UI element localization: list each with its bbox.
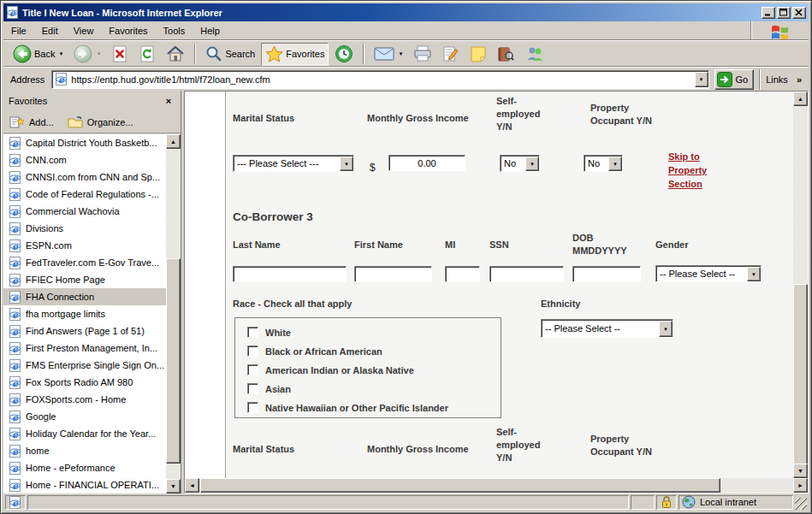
favorite-item-selected[interactable]: FHA Connection	[3, 288, 166, 305]
favorite-item[interactable]: FFIEC Home Page	[3, 271, 166, 288]
favorite-item[interactable]: Find Answers (Page 1 of 51)	[3, 322, 166, 340]
ssn-input[interactable]	[489, 266, 564, 282]
scrollbar-thumb[interactable]	[200, 478, 720, 493]
scroll-down-icon[interactable]: ▼	[166, 479, 181, 493]
stop-button[interactable]	[107, 43, 133, 66]
menu-file[interactable]: File	[3, 23, 34, 38]
ie-page-icon	[9, 479, 21, 492]
favorite-item[interactable]: Commercial Wachovia	[3, 203, 166, 220]
address-input[interactable]: https://entp.hud.gov/title1/html/f72loan…	[51, 70, 708, 89]
chevron-down-icon[interactable]: ▼	[747, 267, 761, 281]
ethnicity-value: -- Please Select --	[542, 323, 659, 334]
skip-to-property-link[interactable]: Skip to Property Section	[668, 150, 707, 191]
favorite-item[interactable]: First Preston Management, In...	[3, 340, 166, 357]
content-horizontal-scrollbar[interactable]: ◄ ►	[185, 478, 808, 493]
messenger-button[interactable]	[520, 43, 549, 66]
gender-select[interactable]: -- Please Select -- ▼	[655, 265, 762, 282]
go-button[interactable]: Go	[714, 69, 755, 90]
scrollbar-thumb[interactable]	[793, 284, 808, 472]
property-occupant-select[interactable]: No ▼	[584, 155, 623, 172]
last-name-input[interactable]	[233, 266, 347, 282]
scroll-left-icon[interactable]: ◄	[185, 478, 199, 493]
forward-button[interactable]: ▼	[69, 43, 105, 66]
favorite-item[interactable]: Home - ePeformance	[3, 459, 166, 476]
scroll-up-icon[interactable]: ▲	[793, 92, 808, 106]
scroll-right-icon[interactable]: ►	[793, 478, 808, 493]
mail-button[interactable]: ▼	[370, 43, 407, 66]
favorite-item[interactable]: CNNSI.com from CNN and Sp...	[3, 168, 166, 186]
back-dropdown-icon[interactable]: ▼	[58, 51, 63, 56]
organize-favorites-button[interactable]: Organize...	[68, 115, 133, 129]
self-employed-select[interactable]: No ▼	[500, 155, 540, 172]
mi-input[interactable]	[445, 266, 480, 282]
checkbox-white[interactable]	[247, 327, 258, 338]
favorite-item[interactable]: Holiday Calendar for the Year...	[3, 425, 166, 442]
menu-view[interactable]: View	[66, 23, 102, 38]
maximize-button[interactable]	[777, 7, 791, 19]
back-button[interactable]: Back ▼	[9, 43, 68, 66]
address-dropdown-button[interactable]: ▼	[695, 72, 708, 87]
favorites-button[interactable]: Favorites	[261, 43, 329, 66]
links-button[interactable]: Links »	[766, 74, 805, 85]
favorite-item[interactable]: fha mortgage limits	[3, 305, 166, 322]
favorite-item[interactable]: Google	[3, 408, 166, 425]
checkbox-native-hawaiian-or-other-pacific-islander[interactable]	[247, 402, 258, 413]
close-button[interactable]	[792, 7, 806, 19]
discuss-note-button[interactable]	[465, 43, 491, 66]
chevron-down-icon[interactable]: ▼	[608, 157, 622, 171]
favorite-item[interactable]: home	[3, 442, 166, 459]
ie-page-icon	[9, 445, 21, 458]
refresh-button[interactable]	[134, 43, 160, 66]
history-button[interactable]	[330, 43, 358, 66]
forward-dropdown-icon[interactable]: ▼	[96, 51, 101, 56]
favorite-item[interactable]: Capital District Youth Basketb...	[3, 134, 166, 151]
scrollbar-thumb[interactable]	[166, 258, 181, 464]
dob-input[interactable]	[572, 266, 641, 282]
content-vertical-scrollbar[interactable]: ▲ ▼	[793, 92, 808, 478]
home-button[interactable]	[162, 43, 189, 66]
checkbox-asian[interactable]	[247, 383, 258, 394]
monthly-gross-income-input[interactable]: 0.00	[388, 155, 465, 171]
first-name-input[interactable]	[354, 266, 432, 282]
search-button[interactable]: Search	[201, 43, 259, 66]
chevron-down-icon[interactable]: ▼	[525, 157, 539, 171]
menu-help[interactable]: Help	[193, 23, 228, 38]
favorite-item[interactable]: ESPN.com	[3, 237, 166, 254]
close-icon[interactable]: ×	[162, 94, 175, 108]
menu-edit[interactable]: Edit	[34, 23, 66, 38]
checkbox-black-or-african-american[interactable]	[247, 346, 258, 357]
back-label: Back	[34, 49, 55, 59]
scroll-up-icon[interactable]: ▲	[166, 134, 181, 149]
favorite-item[interactable]: FOXSports.com - Home	[3, 391, 166, 408]
marital-status-select[interactable]: --- Please Select --- ▼	[233, 155, 354, 172]
add-favorite-button[interactable]: Add...	[9, 115, 54, 129]
edit-button[interactable]	[438, 43, 464, 66]
checkbox-american-indian-or-alaska-native[interactable]	[247, 364, 258, 375]
favorite-item[interactable]: Code of Federal Regulations -...	[3, 186, 166, 203]
favorites-scrollbar[interactable]: ▲ ▼	[166, 134, 181, 493]
go-arrow-icon	[717, 72, 732, 87]
mail-dropdown-icon[interactable]: ▼	[398, 51, 403, 56]
print-button[interactable]	[409, 43, 436, 66]
favorite-item[interactable]: CNN.com	[3, 151, 166, 168]
favorite-item[interactable]: Fox Sports Radio AM 980	[3, 374, 166, 391]
minimize-button[interactable]	[762, 7, 775, 19]
race-option-label: American Indian or Alaska Native	[265, 365, 414, 375]
ethnicity-select[interactable]: -- Please Select -- ▼	[541, 319, 673, 338]
chevron-down-icon[interactable]: ▼	[659, 321, 673, 337]
favorite-item[interactable]: FedTraveler.com E-Gov Trave...	[3, 254, 166, 271]
address-label: Address	[7, 74, 51, 85]
favorite-item[interactable]: Home - FINANCIAL OPERATI...	[3, 476, 166, 493]
research-button[interactable]	[493, 43, 519, 66]
ie-page-icon	[9, 393, 21, 406]
favorite-item-label: Holiday Calendar for the Year...	[26, 428, 156, 439]
favorite-item[interactable]: Divisions	[3, 220, 166, 237]
resize-grip[interactable]	[795, 498, 807, 510]
address-url[interactable]: https://entp.hud.gov/title1/html/f72loan…	[68, 74, 694, 85]
menu-favorites[interactable]: Favorites	[101, 23, 155, 38]
ie-page-icon	[9, 205, 21, 218]
favorite-item[interactable]: FMS Enterprise Single Sign On...	[3, 357, 166, 374]
chevron-down-icon[interactable]: ▼	[340, 157, 353, 171]
scroll-down-icon[interactable]: ▼	[793, 464, 808, 478]
menu-tools[interactable]: Tools	[156, 23, 193, 38]
